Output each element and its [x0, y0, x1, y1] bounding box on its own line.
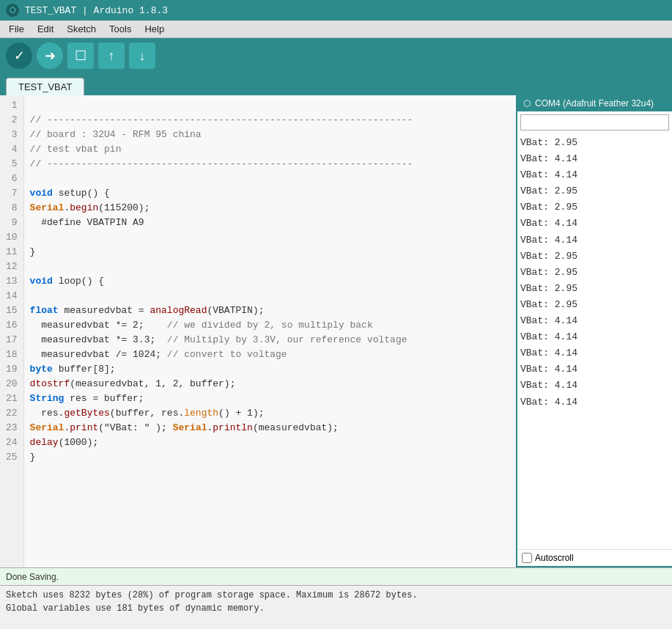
serial-line: VBat: 4.14 — [520, 345, 669, 361]
menubar: FileEditSketchToolsHelp — [0, 21, 672, 38]
serial-input[interactable] — [520, 114, 669, 130]
status-text: Done Saving. — [6, 572, 59, 582]
app-icon: ⬡ — [6, 4, 19, 17]
serial-line: VBat: 4.14 — [520, 313, 669, 329]
serial-line: VBat: 4.14 — [520, 167, 669, 183]
menu-item-edit[interactable]: Edit — [32, 22, 59, 36]
sketch-tab[interactable]: TEST_VBAT — [6, 78, 84, 95]
serial-line: VBat: 4.14 — [520, 394, 669, 411]
line-numbers: 1234567891011121314151617181920212223242… — [0, 95, 24, 567]
menu-item-help[interactable]: Help — [139, 22, 170, 36]
serial-line: VBat: 4.14 — [520, 216, 669, 232]
tabbar: TEST_VBAT — [0, 73, 672, 95]
menu-item-tools[interactable]: Tools — [103, 22, 137, 36]
statusbar: Done Saving. — [0, 567, 672, 585]
serial-output: VBat: 2.95VBat: 4.14VBat: 4.14VBat: 2.95… — [517, 133, 672, 549]
serial-line: VBat: 4.14 — [520, 361, 669, 378]
serial-title: COM4 (Adafruit Feather 32u4) — [535, 98, 654, 108]
editor-area: 1234567891011121314151617181920212223242… — [0, 95, 672, 567]
serial-line: VBat: 4.14 — [520, 151, 669, 167]
serial-line: VBat: 4.14 — [520, 329, 669, 345]
serial-line: VBat: 2.95 — [520, 297, 669, 313]
verify-button[interactable]: ✓ — [6, 43, 32, 69]
toolbar: ✓ ➜ ☐ ↑ ↓ — [0, 38, 672, 73]
serial-line: VBat: 2.95 — [520, 265, 669, 281]
serial-footer: Autoscroll — [517, 549, 672, 566]
serial-monitor: ⬡ COM4 (Adafruit Feather 32u4) VBat: 2.9… — [516, 95, 672, 567]
console-area: Sketch uses 8232 bytes (28%) of program … — [0, 585, 672, 629]
serial-header: ⬡ COM4 (Adafruit Feather 32u4) — [517, 95, 672, 111]
console-line-2: Global variables use 181 bytes of dynami… — [6, 602, 666, 615]
serial-line: VBat: 4.14 — [520, 378, 669, 394]
new-button[interactable]: ☐ — [67, 43, 94, 69]
serial-line: VBat: 2.95 — [520, 135, 669, 151]
serial-line: VBat: 2.95 — [520, 183, 669, 199]
serial-line: VBat: 2.95 — [520, 281, 669, 297]
titlebar: ⬡ TEST_VBAT | Arduino 1.8.3 — [0, 0, 672, 21]
autoscroll-checkbox[interactable] — [522, 553, 532, 563]
save-button[interactable]: ↓ — [129, 43, 155, 69]
serial-icon: ⬡ — [523, 98, 531, 108]
autoscroll-label: Autoscroll — [535, 553, 574, 563]
menu-item-file[interactable]: File — [3, 22, 30, 36]
serial-line: VBat: 4.14 — [520, 232, 669, 249]
serial-line: VBat: 2.95 — [520, 199, 669, 216]
upload-button[interactable]: ➜ — [37, 43, 63, 69]
menu-item-sketch[interactable]: Sketch — [61, 22, 102, 36]
console-line-1: Sketch uses 8232 bytes (28%) of program … — [6, 589, 666, 602]
serial-line: VBat: 2.95 — [520, 249, 669, 265]
open-button[interactable]: ↑ — [98, 43, 125, 69]
window-title: TEST_VBAT | Arduino 1.8.3 — [25, 5, 168, 16]
